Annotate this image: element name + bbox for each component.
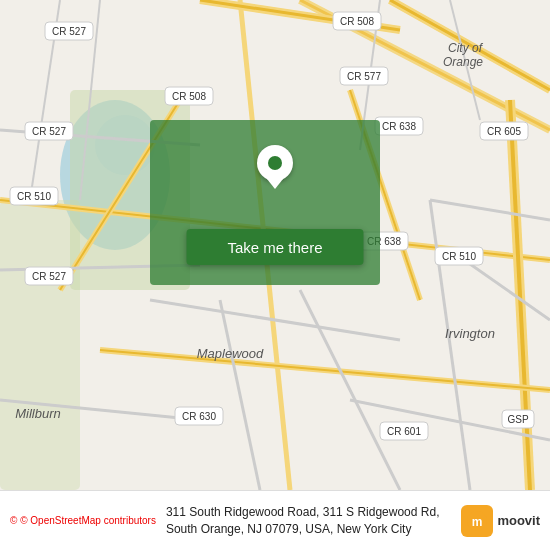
svg-rect-4 bbox=[0, 200, 80, 490]
svg-text:CR 527: CR 527 bbox=[32, 271, 66, 282]
moovit-icon: m bbox=[461, 505, 493, 537]
svg-text:Orange: Orange bbox=[443, 55, 483, 69]
svg-text:City of: City of bbox=[448, 41, 484, 55]
moovit-logo: m moovit bbox=[461, 505, 540, 537]
svg-text:CR 510: CR 510 bbox=[442, 251, 476, 262]
svg-text:CR 527: CR 527 bbox=[52, 26, 86, 37]
svg-text:CR 508: CR 508 bbox=[172, 91, 206, 102]
svg-text:CR 510: CR 510 bbox=[17, 191, 51, 202]
osm-credit: © © OpenStreetMap contributors bbox=[10, 515, 156, 526]
svg-text:CR 508: CR 508 bbox=[340, 16, 374, 27]
svg-text:Irvington: Irvington bbox=[445, 326, 495, 341]
svg-text:Millburn: Millburn bbox=[15, 406, 61, 421]
svg-text:CR 601: CR 601 bbox=[387, 426, 421, 437]
svg-text:m: m bbox=[472, 515, 483, 529]
address-text: 311 South Ridgewood Road, 311 S Ridgewoo… bbox=[166, 504, 451, 538]
moovit-label: moovit bbox=[497, 513, 540, 528]
map-container: CR 527 CR 508 CR 508 CR 577 CR 527 CR 63… bbox=[0, 0, 550, 490]
svg-text:CR 630: CR 630 bbox=[182, 411, 216, 422]
info-panel: © © OpenStreetMap contributors 311 South… bbox=[0, 490, 550, 550]
svg-text:CR 638: CR 638 bbox=[382, 121, 416, 132]
svg-text:CR 577: CR 577 bbox=[347, 71, 381, 82]
copyright-icon: © bbox=[10, 515, 17, 526]
take-me-there-button[interactable]: Take me there bbox=[187, 229, 364, 265]
svg-text:Maplewood: Maplewood bbox=[197, 346, 264, 361]
svg-text:GSP: GSP bbox=[507, 414, 528, 425]
svg-text:CR 527: CR 527 bbox=[32, 126, 66, 137]
location-pin bbox=[257, 145, 293, 189]
osm-credit-text: © OpenStreetMap contributors bbox=[20, 515, 156, 526]
svg-text:CR 605: CR 605 bbox=[487, 126, 521, 137]
